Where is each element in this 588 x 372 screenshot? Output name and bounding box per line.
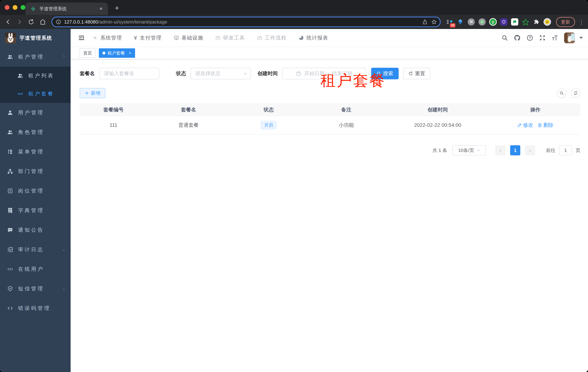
extension-shield-icon[interactable] xyxy=(500,18,508,26)
cell-package-name: 普通套餐 xyxy=(147,116,230,134)
col-actions: 操作 xyxy=(490,103,580,116)
sidebar-item-tenant-list[interactable]: 租户列表 xyxy=(0,67,71,85)
delete-link[interactable]: 删除 xyxy=(537,122,553,128)
sidebar-logo[interactable]: 芋道管理系统 xyxy=(0,29,71,47)
extension-chat-icon[interactable] xyxy=(511,18,518,26)
page-number-1[interactable]: 1 xyxy=(510,145,520,155)
browser-tab[interactable]: 芋道管理系统 × xyxy=(25,2,108,15)
extensions-row: 10 ⌘ y xyxy=(446,18,551,26)
back-icon[interactable] xyxy=(3,17,13,27)
table-header-row: 套餐编号 套餐名 状态 备注 创建时间 操作 xyxy=(80,103,580,116)
sidebar-item-label: 租户管理 xyxy=(18,53,62,60)
font-size-icon[interactable] xyxy=(551,34,558,41)
home-icon[interactable] xyxy=(38,17,48,27)
new-tab-button[interactable]: + xyxy=(112,3,122,13)
topnav-item-infrastructure[interactable]: 基础设施 xyxy=(174,34,203,41)
topnav-item-payment[interactable]: ¥ 支付管理 xyxy=(134,34,162,41)
cell-status: 开启 xyxy=(230,116,308,134)
minimize-window-button[interactable] xyxy=(13,5,17,10)
url-bar[interactable]: 127.0.0.1:48080/admin-ui/system/tenant/p… xyxy=(52,17,441,27)
peoples-icon xyxy=(7,54,13,60)
add-button[interactable]: 新增 xyxy=(80,88,105,98)
show-search-toggle-button[interactable] xyxy=(557,88,566,98)
sidebar-item-dept-management[interactable]: 部门管理 xyxy=(0,161,71,181)
sidebar-item-audit-log[interactable]: 审计日志 ⌄ xyxy=(0,240,71,259)
tag-tenant-package[interactable]: 租户套餐 × xyxy=(99,48,135,58)
tag-label: 租户套餐 xyxy=(107,50,125,56)
sidebar-item-tenant-package[interactable]: 租户套餐 xyxy=(0,85,71,103)
user-avatar[interactable] xyxy=(564,32,575,43)
site-info-icon[interactable] xyxy=(56,19,61,25)
refresh-table-button[interactable] xyxy=(571,88,580,98)
extension-grid-icon[interactable]: 10 xyxy=(446,18,453,26)
extension-command-icon[interactable]: ⌘ xyxy=(467,18,475,26)
col-remark: 备注 xyxy=(308,103,385,116)
col-status: 状态 xyxy=(230,103,308,116)
reload-icon[interactable] xyxy=(26,17,36,27)
extensions-puzzle-icon[interactable] xyxy=(533,18,540,26)
prev-page-button[interactable]: ‹ xyxy=(495,145,505,155)
sidebar-item-menu-management[interactable]: 菜单管理 xyxy=(0,142,71,161)
sidebar-fold-icon[interactable] xyxy=(75,31,88,44)
browser-window: 芋道管理系统 × + 127.0.0.1:48080/admin-ui/syst… xyxy=(0,0,588,372)
pagination: 共 1 条 10条/页 ∨ ‹ 1 › 前往 页 xyxy=(80,145,580,155)
topnav-label: 系统管理 xyxy=(100,34,122,41)
sidebar-item-dict-management[interactable]: 字典管理 xyxy=(0,201,71,220)
sidebar-item-notice[interactable]: 通知公告 xyxy=(0,220,71,240)
topnav-item-system[interactable]: 系统管理 xyxy=(92,34,122,41)
sidebar-item-post-management[interactable]: 岗位管理 xyxy=(0,181,71,201)
plus-icon xyxy=(85,91,89,95)
extension-badge: 10 xyxy=(450,23,455,28)
extension-gem-icon[interactable] xyxy=(457,18,464,26)
tag-home[interactable]: 首页 xyxy=(80,48,95,58)
topnav-item-workflow[interactable]: 工作流程 xyxy=(257,34,287,41)
tab-close-icon[interactable]: × xyxy=(98,5,104,12)
github-icon[interactable] xyxy=(514,34,521,41)
sidebar-item-tenant-management[interactable]: 租户管理 ⌃ xyxy=(0,47,71,67)
forward-icon[interactable] xyxy=(14,17,25,27)
help-icon[interactable]: ? xyxy=(526,34,533,41)
shield-check-icon xyxy=(7,286,13,292)
goto-page-input[interactable] xyxy=(559,145,572,155)
tag-close-icon[interactable]: × xyxy=(127,51,133,56)
page-size-value: 10条/页 xyxy=(458,147,474,154)
extension-star-icon[interactable] xyxy=(522,18,529,26)
cell-remark: 小功能 xyxy=(308,116,385,134)
chrome-menu-icon[interactable]: ⋮ xyxy=(578,19,584,25)
package-name-input-wrap xyxy=(99,68,159,79)
chevron-up-icon: ⌃ xyxy=(62,55,65,59)
fullscreen-icon[interactable] xyxy=(539,35,546,41)
close-window-button[interactable] xyxy=(5,5,10,10)
reset-button[interactable]: 重置 xyxy=(403,68,430,79)
sidebar-item-role-management[interactable]: 角色管理 xyxy=(0,122,71,142)
sidebar-item-errorcode-management[interactable]: 错误码管理 xyxy=(0,298,71,318)
caret-down-icon[interactable] xyxy=(579,37,583,39)
page-size-select[interactable]: 10条/页 ∨ xyxy=(452,145,486,155)
maximize-window-button[interactable] xyxy=(21,5,25,10)
extension-green-y-icon[interactable]: y xyxy=(489,18,497,26)
profile-avatar-icon[interactable] xyxy=(544,18,551,26)
url-host: 127.0.0.1:48080 xyxy=(64,19,98,25)
sidebar-item-label: 租户列表 xyxy=(28,72,65,79)
share-icon[interactable] xyxy=(422,19,428,25)
edit-link[interactable]: 修改 xyxy=(517,122,533,128)
sidebar-item-sms-management[interactable]: 短信管理 ⌄ xyxy=(0,279,71,298)
edit-link-label: 修改 xyxy=(523,122,533,128)
sidebar-item-user-management[interactable]: 用户管理 xyxy=(0,103,71,122)
page-unit-label: 页 xyxy=(576,147,580,154)
topnav-item-dev-tools[interactable]: 研发工具 xyxy=(215,34,245,41)
create-time-label: 创建时间 xyxy=(257,70,278,77)
refresh-icon xyxy=(574,91,578,95)
yen-icon: ¥ xyxy=(134,35,137,41)
status-select[interactable]: 请选择状态 ∨ xyxy=(190,68,251,79)
search-icon[interactable] xyxy=(502,35,508,41)
package-name-input[interactable] xyxy=(100,68,159,79)
topnav-item-reports[interactable]: 统计报表 xyxy=(299,34,328,41)
next-page-button[interactable]: › xyxy=(525,145,535,155)
bookmark-star-icon[interactable] xyxy=(431,19,437,25)
sidebar-item-online-users[interactable]: 在线用户 xyxy=(0,259,71,279)
sidebar-item-label: 错误码管理 xyxy=(18,305,65,312)
chrome-update-button[interactable]: 更新 xyxy=(556,17,575,27)
extension-record-icon[interactable] xyxy=(478,18,486,26)
traffic-lights xyxy=(5,5,25,10)
